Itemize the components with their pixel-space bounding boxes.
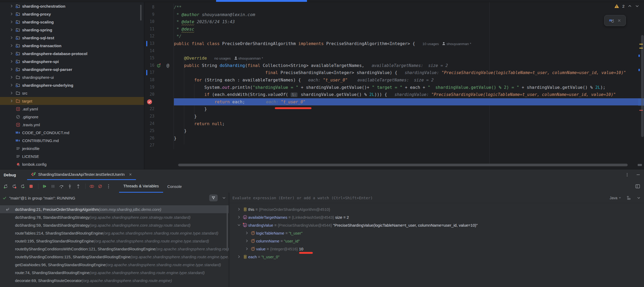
stop-and-rerun-button[interactable] — [11, 183, 18, 190]
maven-reload-popup[interactable]: m — [604, 15, 626, 26]
gutter[interactable]: 12 — [145, 33, 174, 40]
frame-row[interactable]: doSharding:21, PreciseOrderShardingAlgor… — [0, 205, 229, 213]
tree-item-shardingsphere-sql-parser[interactable]: shardingsphere-sql-parser — [0, 65, 144, 73]
tree-item-sharding-proxy[interactable]: sharding-proxy — [0, 10, 144, 18]
tree-item-sharding-sql-test[interactable]: sharding-sql-test — [0, 34, 144, 42]
tab-console[interactable]: Console — [163, 180, 186, 193]
gutter[interactable]: 16I@ — [145, 62, 174, 69]
chevron-right-icon[interactable] — [8, 51, 15, 56]
stop-button[interactable] — [27, 183, 35, 190]
tab-threads-variables[interactable]: Threads & Variables — [119, 180, 163, 193]
frame-row[interactable]: doSharding:78, StandardShardingStrategy … — [0, 213, 229, 221]
inspections-widget[interactable]: 2 — [614, 4, 639, 8]
mute-breakpoints-button[interactable] — [96, 183, 104, 190]
frame-row[interactable]: routeByShardingConditions:115, ShardingS… — [0, 253, 229, 261]
gutter[interactable]: 17 — [145, 69, 174, 76]
variable-row-columnName[interactable]: fcolumnName = "user_id" — [229, 237, 644, 245]
gutter[interactable]: 27 — [145, 142, 174, 149]
next-problem-icon[interactable] — [635, 4, 639, 8]
frame-row[interactable]: routeByShardingConditionsWithCondition:1… — [0, 245, 229, 253]
tree-item-lombok-config[interactable]: lombok.config — [0, 160, 144, 168]
editor-vscrollbar[interactable] — [641, 35, 644, 137]
variable-row-shardingValue[interactable]: pshardingValue = {PreciseShardingValue@4… — [229, 221, 644, 229]
add-watch-icon[interactable] — [626, 195, 631, 200]
tree-item-sharding-scaling[interactable]: sharding-scaling — [0, 18, 144, 26]
tree-item-shardingsphere-database-protocol[interactable]: shardingsphere-database-protocol — [0, 50, 144, 57]
chevron-right-icon[interactable] — [8, 75, 15, 79]
tree-item--travis-yml[interactable]: Y.travis.yml — [0, 121, 144, 129]
chevron-right-icon[interactable] — [236, 215, 242, 219]
gutter[interactable]: 13 — [145, 40, 174, 47]
chevron-right-icon[interactable] — [8, 43, 15, 48]
view-breakpoints-button[interactable] — [88, 183, 95, 190]
evaluate-expression-bar[interactable]: Evaluate expression (Enter) or add a wat… — [229, 193, 644, 203]
variable-row-each[interactable]: each = "t_user_0" — [229, 253, 644, 261]
gutter[interactable]: 15 — [145, 55, 174, 62]
close-icon[interactable] — [617, 18, 621, 23]
gutter[interactable]: 8 — [145, 4, 174, 11]
prev-problem-icon[interactable] — [628, 4, 632, 8]
project-tree-scrollbar[interactable] — [140, 5, 142, 21]
gutter[interactable]: 26 — [145, 135, 174, 142]
chevron-right-icon[interactable] — [8, 83, 15, 87]
maven-reload-icon[interactable]: m — [609, 18, 614, 23]
chevron-right-icon[interactable] — [236, 255, 242, 259]
collapse-panel-icon[interactable] — [637, 196, 641, 200]
warning-stripe-mark[interactable] — [639, 44, 643, 45]
chevron-right-icon[interactable] — [244, 239, 250, 243]
gutter[interactable]: 11 — [145, 26, 174, 33]
chevron-right-icon[interactable] — [8, 91, 15, 95]
thread-row[interactable]: "main"@1 in group "main": RUNNING — [0, 193, 229, 203]
chevron-right-icon[interactable] — [8, 67, 15, 71]
rerun-debug-button[interactable] — [2, 183, 9, 190]
variable-row-logicTableName[interactable]: flogicTableName = "t_user" — [229, 229, 644, 237]
pause-button[interactable] — [49, 183, 57, 190]
tree-item--gitignore[interactable]: .gitignore — [0, 113, 144, 121]
layout-settings-icon[interactable] — [635, 184, 640, 189]
editor-hscrollbar[interactable] — [178, 164, 628, 166]
chevron-right-icon[interactable] — [8, 28, 15, 32]
resume-button[interactable] — [41, 183, 48, 190]
frame-row[interactable]: doSharding:59, StandardShardingStrategy … — [0, 221, 229, 229]
gutter[interactable]: 24 — [145, 120, 174, 128]
more-options-icon[interactable] — [625, 173, 629, 177]
tree-item-shardingsphere-underlying[interactable]: shardingsphere-underlying — [0, 81, 144, 89]
language-selector[interactable]: Java — [609, 196, 621, 200]
chevron-right-icon[interactable] — [244, 247, 250, 251]
gutter[interactable]: 22 — [145, 105, 174, 113]
frame-row[interactable]: routeTables:214, ShardingStandardRouting… — [0, 229, 229, 237]
frame-row[interactable]: route0:195, ShardingStandardRoutingEngin… — [0, 237, 229, 245]
gutter[interactable]: 20 — [145, 91, 174, 98]
tree-item-code-of-conduct-md[interactable]: MCODE_OF_CONDUCT.md — [0, 129, 144, 137]
tree-item-sharding-transaction[interactable]: sharding-transaction — [0, 42, 144, 50]
chevron-right-icon[interactable] — [8, 20, 15, 24]
chevron-right-icon[interactable] — [8, 36, 15, 40]
more-options-button[interactable] — [105, 183, 112, 190]
gutter[interactable]: 25 — [145, 127, 174, 135]
tree-item-shardingsphere-spi[interactable]: shardingsphere-spi — [0, 57, 144, 65]
chevron-right-icon[interactable] — [236, 207, 242, 211]
gutter[interactable] — [145, 98, 174, 106]
gutter[interactable]: 14 — [145, 47, 174, 55]
chevron-right-icon[interactable] — [8, 12, 15, 16]
chevron-right-icon[interactable] — [8, 99, 15, 103]
tree-item-target[interactable]: target — [0, 97, 144, 105]
tree-item-shardingsphere-ui[interactable]: shardingsphere-ui — [0, 73, 144, 81]
chevron-right-icon[interactable] — [8, 59, 15, 64]
debug-session-tab[interactable]: ShardingStandardJavaApiTester.testSelect… — [27, 169, 136, 180]
tree-item-sharding-orchestration[interactable]: sharding-orchestration — [0, 2, 144, 10]
warning-stripe-mark[interactable] — [639, 48, 643, 48]
chevron-down-icon[interactable] — [236, 223, 242, 227]
tree-item-src[interactable]: src — [0, 89, 144, 97]
editor[interactable]: 8/**9 * @author shouyuanman@lexin.com10 … — [145, 2, 644, 169]
close-icon[interactable] — [129, 173, 132, 176]
restart-debug-button[interactable] — [19, 183, 26, 190]
gutter[interactable]: 18 — [145, 76, 174, 84]
gutter[interactable]: 19 — [145, 84, 174, 91]
frame-row[interactable]: getDataNodes:96, ShardingStandardRouting… — [0, 261, 229, 269]
tree-item--asf-yaml[interactable]: Y.asf.yaml — [0, 105, 144, 113]
chevron-right-icon[interactable] — [8, 4, 15, 8]
frame-row[interactable]: decorate:69, ShardingRouteDecorator (org… — [0, 276, 229, 284]
tree-item-sharding-spring[interactable]: sharding-spring — [0, 26, 144, 34]
frame-row[interactable]: route:74, ShardingStandardRoutingEngine … — [0, 269, 229, 276]
